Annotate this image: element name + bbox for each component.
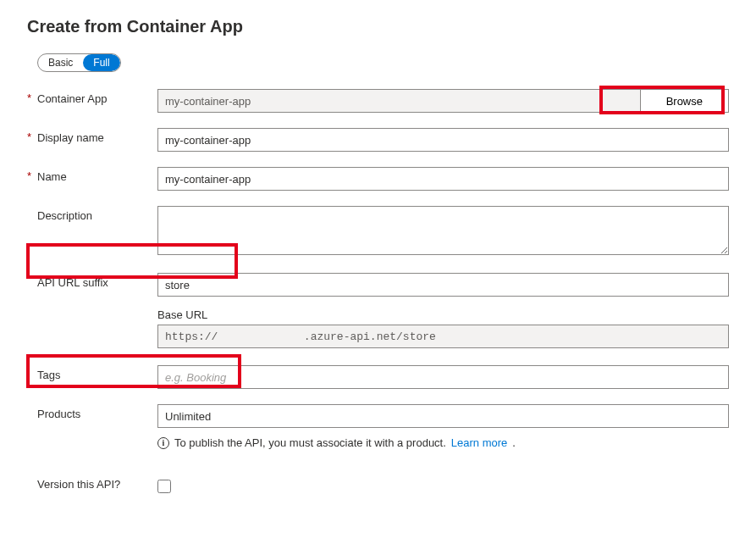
required-marker: * [27,128,37,147]
page-title: Create from Container App [27,17,729,36]
browse-button[interactable]: Browse [641,89,729,113]
products-label: Products [37,404,157,420]
name-label: Name [37,167,157,183]
version-this-api-checkbox[interactable] [157,480,171,493]
view-toggle[interactable]: Basic Full [37,53,121,72]
tags-label: Tags [37,365,157,381]
toggle-basic[interactable]: Basic [38,54,83,71]
info-icon: i [157,437,169,449]
container-app-label: Container App [37,89,157,105]
toggle-full[interactable]: Full [83,54,119,71]
container-app-input [157,89,641,113]
description-input[interactable] [157,206,729,255]
products-input[interactable] [157,404,729,428]
api-url-suffix-input[interactable] [157,273,729,297]
api-url-suffix-label: API URL suffix [37,273,157,289]
tags-input[interactable] [157,365,729,389]
description-label: Description [37,206,157,222]
display-name-input[interactable] [157,128,729,152]
name-input[interactable] [157,167,729,191]
version-this-api-label: Version this API? [37,475,157,491]
display-name-label: Display name [37,128,157,144]
products-helper-text: To publish the API, you must associate i… [174,436,446,449]
required-marker: * [27,89,37,108]
base-url-label: Base URL [157,308,729,321]
learn-more-link[interactable]: Learn more [451,436,507,449]
base-url-display [157,325,729,348]
required-marker: * [27,167,37,186]
